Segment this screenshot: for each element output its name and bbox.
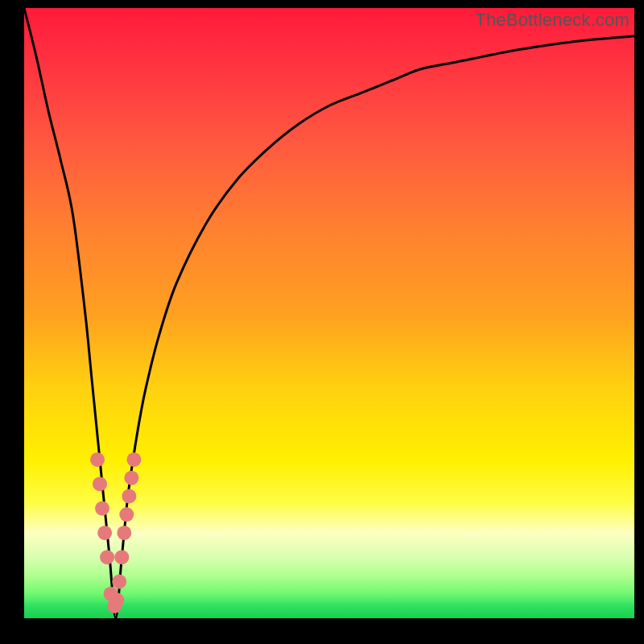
- bottleneck-curve: [24, 8, 634, 618]
- marker-point: [124, 471, 138, 485]
- chart-svg: [24, 8, 634, 618]
- marker-point: [100, 550, 114, 564]
- marker-group: [90, 452, 141, 613]
- marker-point: [97, 526, 112, 540]
- marker-point: [109, 592, 124, 607]
- marker-point: [95, 502, 109, 516]
- marker-point: [117, 526, 131, 540]
- plot-area: TheBottleneck.com: [24, 8, 634, 618]
- marker-point: [122, 489, 136, 503]
- marker-point: [126, 452, 141, 467]
- marker-point: [112, 575, 126, 589]
- marker-point: [119, 507, 134, 522]
- marker-point: [93, 477, 107, 491]
- chart-frame: TheBottleneck.com: [0, 0, 644, 644]
- marker-point: [90, 452, 105, 467]
- marker-point: [114, 550, 129, 564]
